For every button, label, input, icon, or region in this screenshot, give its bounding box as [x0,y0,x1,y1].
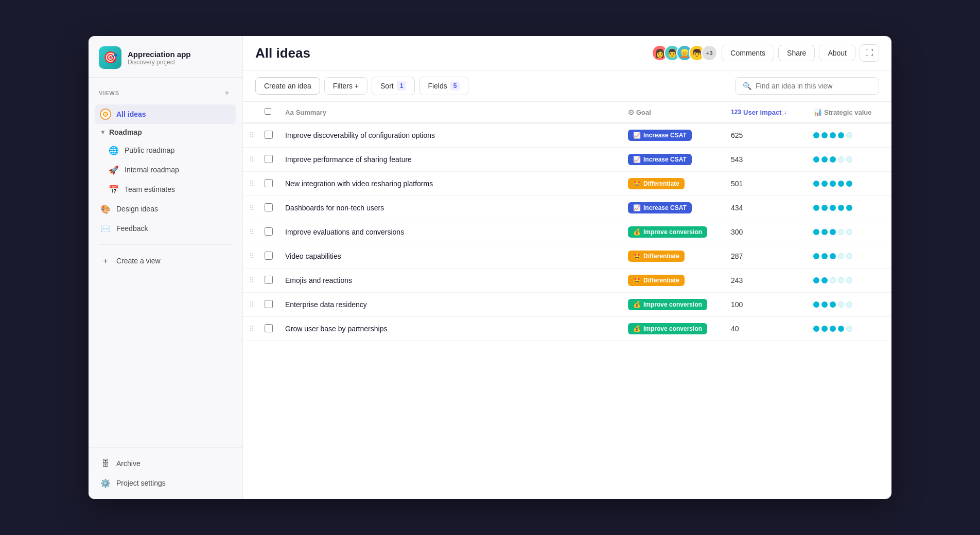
drag-handle-icon[interactable]: ⠿ [247,131,256,139]
expand-button[interactable]: ⛶ [860,44,879,62]
goal-label: Differentiate [643,277,679,284]
sidebar-item-feedback[interactable]: ✉️ Feedback [95,219,236,238]
sidebar-item-team-estimates[interactable]: 📅 Team estimates [103,180,236,199]
strategic-dot [838,229,844,235]
impact-cell: 40 [727,317,809,341]
strategic-dot [813,181,819,187]
drag-handle-icon[interactable]: ⠿ [247,155,256,164]
create-view-item[interactable]: ＋ Create a view [95,251,236,271]
row-checkbox[interactable] [265,324,273,332]
create-idea-button[interactable]: Create an idea [255,77,320,95]
check-cell [260,148,281,172]
strategic-dot [830,253,836,259]
goal-emoji: 🤩 [633,180,641,187]
goal-col-icon: ⊙ [628,108,634,116]
sidebar-item-project-settings[interactable]: ⚙️ Project settings [95,473,236,493]
goal-label: Increase CSAT [643,156,687,163]
share-button[interactable]: Share [778,45,815,61]
feedback-label: Feedback [116,224,148,233]
summary-cell: Improve discoverability of configuration… [281,123,624,148]
strategic-dot [821,205,828,211]
goal-label: Improve conversion [643,301,702,308]
impact-value: 287 [731,252,743,260]
strategic-col-label: Strategic value [824,109,872,116]
table-row: ⠿ Improve evaluations and conversions 💰 … [243,220,891,244]
impact-value: 543 [731,155,743,164]
sort-button[interactable]: Sort 1 [372,77,415,95]
goal-cell: 💰 Improve conversion [624,220,727,244]
strategic-dot [838,181,844,187]
goal-badge: 💰 Improve conversion [628,323,707,334]
summary-text: Improve performance of sharing feature [285,155,412,164]
goal-cell: 📈 Increase CSAT [624,196,727,220]
goal-cell: 📈 Increase CSAT [624,148,727,172]
sidebar-item-internal-roadmap[interactable]: 🚀 Internal roadmap [103,160,236,180]
about-button[interactable]: About [819,45,855,61]
design-ideas-icon: 🎨 [100,203,111,215]
goal-label: Increase CSAT [643,204,687,211]
strategic-dot [813,229,819,235]
table-row: ⠿ Grow user base by partnerships 💰 Impro… [243,317,891,341]
settings-icon: ⚙️ [100,477,111,489]
row-checkbox[interactable] [265,300,273,308]
fields-button[interactable]: Fields 5 [419,77,468,95]
row-checkbox[interactable] [265,203,273,211]
goal-label: Increase CSAT [643,132,687,139]
drag-handle-icon[interactable]: ⠿ [247,180,256,188]
goal-badge: 🤩 Differentiate [628,178,685,189]
sidebar-item-archive[interactable]: 🗄 Archive [95,454,236,473]
col-goal-header: ⊙ Goal [624,102,727,123]
goal-cell: 🤩 Differentiate [624,269,727,293]
app-container: 🎯 Appreciation app Discovery project VIE… [89,36,891,499]
drag-cell: ⠿ [243,269,260,293]
sidebar-item-design-ideas[interactable]: 🎨 Design ideas [95,199,236,219]
row-checkbox[interactable] [265,155,273,163]
col-impact-header[interactable]: 123 User impact ↓ [727,102,809,123]
goal-emoji: 🤩 [633,253,641,260]
search-input[interactable] [756,82,871,90]
strategic-dot [821,301,828,308]
table-row: ⠿ Improve discoverability of configurati… [243,123,891,148]
strategic-dot [838,132,844,138]
check-cell [260,317,281,341]
impact-value: 243 [731,276,743,284]
row-checkbox[interactable] [265,131,273,139]
row-checkbox[interactable] [265,179,273,187]
strategic-cell [809,172,891,196]
strategic-dot [830,156,836,163]
row-checkbox[interactable] [265,252,273,260]
comments-button[interactable]: Comments [722,45,774,61]
archive-label: Archive [116,459,141,468]
strategic-dot [846,181,852,187]
drag-handle-icon[interactable]: ⠿ [247,276,256,284]
views-section-header: VIEWS + [95,86,236,100]
public-roadmap-label: Public roadmap [125,146,174,154]
summary-cell: Dashboards for non-tech users [281,196,624,220]
drag-handle-icon[interactable]: ⠿ [247,228,256,236]
drag-handle-icon[interactable]: ⠿ [247,204,256,212]
select-all-checkbox[interactable] [265,108,271,115]
sidebar-item-public-roadmap[interactable]: 🌐 Public roadmap [103,140,236,160]
impact-cell: 543 [727,148,809,172]
drag-handle-icon[interactable]: ⠿ [247,300,256,309]
main-content: All ideas 👩 👨 👱 👦 +3 Comments Share Abou… [243,36,891,499]
row-checkbox[interactable] [265,227,273,236]
row-checkbox[interactable] [265,276,273,284]
drag-handle-icon[interactable]: ⠿ [247,252,256,260]
roadmap-group-toggle[interactable]: ▼ Roadmap [95,124,236,140]
strategic-dot [838,301,844,308]
check-cell [260,172,281,196]
strategic-dot [838,156,844,163]
strategic-dot [813,132,819,138]
sidebar-item-all-ideas[interactable]: All ideas [95,104,236,124]
table-row: ⠿ Improve performance of sharing feature… [243,148,891,172]
add-view-button[interactable]: + [222,88,232,98]
goal-emoji: 💰 [633,228,641,236]
drag-handle-icon[interactable]: ⠿ [247,325,256,333]
strategic-cell [809,220,891,244]
filters-button[interactable]: Filters + [324,77,367,95]
strategic-dot [838,277,844,283]
sidebar: 🎯 Appreciation app Discovery project VIE… [89,36,243,499]
search-box[interactable]: 🔍 [735,77,879,95]
strategic-dot [830,301,836,308]
